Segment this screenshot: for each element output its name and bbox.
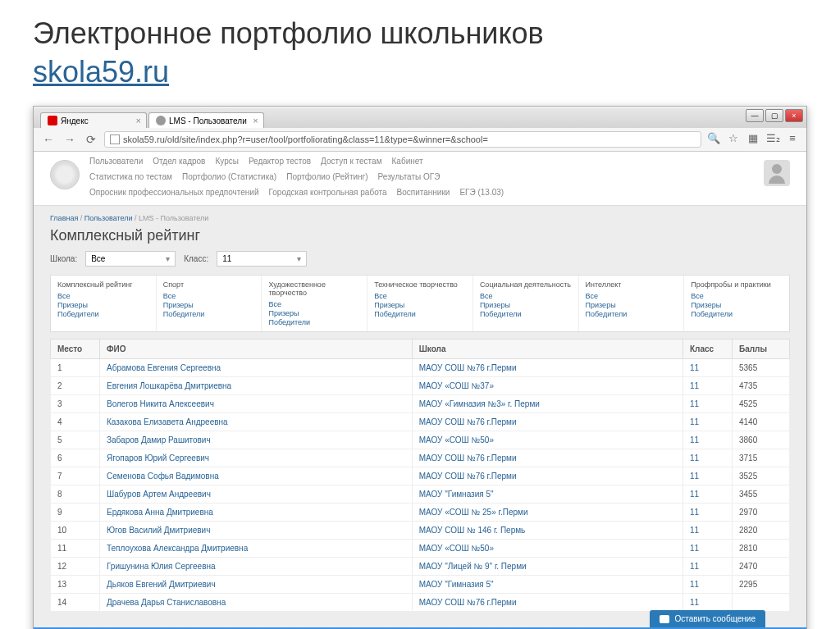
site-logo-icon[interactable] (50, 160, 80, 189)
cell-class[interactable]: 11 (683, 485, 733, 504)
nav-link[interactable]: Статистика по тестам (89, 172, 172, 181)
cell-name[interactable]: Забаров Дамир Рашитович (100, 431, 413, 449)
cell-class[interactable]: 11 (683, 540, 733, 558)
cell-name[interactable]: Драчева Дарья Станиславовна (100, 594, 413, 612)
cell-class[interactable]: 11 (683, 449, 733, 467)
category-link[interactable]: Победители (57, 310, 149, 318)
back-button[interactable]: ← (40, 131, 57, 148)
cell-class[interactable]: 11 (683, 413, 733, 431)
cell-class[interactable]: 11 (683, 359, 733, 377)
cell-name[interactable]: Югов Василий Дмитриевич (100, 522, 413, 540)
maximize-button[interactable]: ▢ (765, 109, 783, 122)
close-icon[interactable]: × (136, 116, 141, 125)
cell-school[interactable]: МАОУ "Гимназия 5" (412, 576, 682, 594)
category-link[interactable]: Победители (586, 310, 678, 318)
cell-school[interactable]: МАОУ «СОШ № 25» г.Перми (412, 504, 682, 522)
cell-school[interactable]: МАОУ СОШ №76 г.Перми (412, 594, 682, 612)
category-link[interactable]: Победители (374, 310, 466, 318)
nav-link[interactable]: Опросник профессиональных предпочтений (89, 188, 259, 197)
nav-link[interactable]: Кабинет (392, 157, 423, 166)
nav-link[interactable]: ЕГЭ (13.03) (459, 188, 504, 197)
cell-school[interactable]: МАОУ СОШ №76 г.Перми (412, 449, 682, 467)
cell-class[interactable]: 11 (683, 377, 733, 395)
category-link[interactable]: Призеры (57, 301, 149, 309)
category-link[interactable]: Призеры (586, 301, 678, 309)
nav-link[interactable]: Воспитанники (397, 188, 450, 197)
nav-link[interactable]: Результаты ОГЭ (378, 172, 441, 181)
cell-class[interactable]: 11 (683, 522, 733, 540)
nav-link[interactable]: Курсы (215, 157, 238, 166)
nav-link[interactable]: Городская контрольная работа (269, 188, 387, 197)
reload-button[interactable]: ⟳ (83, 131, 99, 148)
cell-school[interactable]: МАОУ «СОШ №50» (412, 540, 682, 558)
cell-name[interactable]: Теплоухова Александра Дмитриевна (100, 540, 413, 558)
category-link[interactable]: Призеры (480, 301, 572, 309)
category-link[interactable]: Все (586, 292, 678, 300)
nav-link[interactable]: Отдел кадров (153, 157, 205, 166)
nav-link[interactable]: Доступ к тестам (321, 157, 381, 166)
cell-school[interactable]: МАОУ СОШ № 146 г. Пермь (412, 522, 682, 540)
category-link[interactable]: Все (691, 292, 783, 300)
cell-class[interactable]: 11 (683, 594, 733, 612)
menu-icon[interactable]: ≡ (785, 132, 800, 147)
nav-link[interactable]: Редактор тестов (249, 157, 311, 166)
notifications-icon[interactable]: ☰₂ (765, 132, 780, 147)
slide-link[interactable]: skola59.ru (33, 55, 169, 89)
chat-widget[interactable]: Оставить сообщение (650, 610, 765, 627)
cell-school[interactable]: МАОУ "Лицей № 9" г. Перми (412, 558, 682, 576)
cell-class[interactable]: 11 (683, 395, 733, 413)
window-close-button[interactable]: × (785, 109, 803, 122)
class-select[interactable]: 11 (217, 251, 307, 267)
cell-school[interactable]: МАОУ СОШ №76 г.Перми (412, 413, 682, 431)
cell-name[interactable]: Шабуров Артем Андреевич (100, 485, 413, 504)
close-icon[interactable]: × (253, 116, 258, 125)
cell-class[interactable]: 11 (683, 431, 733, 449)
user-avatar-icon[interactable] (764, 160, 790, 186)
cell-school[interactable]: МАОУ "Гимназия 5" (412, 485, 682, 504)
breadcrumb-home[interactable]: Главная (50, 214, 78, 222)
nav-link[interactable]: Пользователи (89, 157, 143, 166)
cell-name[interactable]: Ягопаров Юрий Сергеевич (100, 449, 413, 467)
cell-name[interactable]: Волегов Никита Алексеевич (100, 395, 413, 413)
category-link[interactable]: Все (268, 300, 360, 308)
address-bar[interactable]: skola59.ru/old/site/index.php?r=user/too… (104, 131, 701, 148)
cell-name[interactable]: Ердякова Анна Дмитриевна (100, 504, 413, 522)
nav-link[interactable]: Портфолио (Статистика) (182, 172, 276, 181)
cell-class[interactable]: 11 (683, 576, 733, 594)
minimize-button[interactable]: — (746, 109, 764, 122)
extension-icon[interactable]: ▦ (746, 132, 760, 147)
category-link[interactable]: Все (163, 292, 255, 300)
cell-school[interactable]: МАОУ СОШ №76 г.Перми (412, 359, 682, 377)
category-link[interactable]: Победители (480, 310, 572, 318)
cell-school[interactable]: МАОУ «СОШ №50» (412, 431, 682, 449)
cell-name[interactable]: Гришунина Юлия Сергеевна (100, 558, 413, 576)
cell-school[interactable]: МАОУ СОШ №76 г.Перми (412, 467, 682, 485)
cell-name[interactable]: Дьяков Евгений Дмитриевич (100, 576, 413, 594)
breadcrumb-users[interactable]: Пользователи (84, 214, 133, 222)
cell-class[interactable]: 11 (683, 504, 733, 522)
category-link[interactable]: Призеры (691, 301, 783, 309)
cell-class[interactable]: 11 (683, 467, 733, 485)
category-link[interactable]: Призеры (268, 309, 360, 317)
category-link[interactable]: Победители (268, 318, 360, 326)
cell-name[interactable]: Евгения Лошкарёва Дмитриевна (100, 377, 413, 395)
forward-button[interactable]: → (62, 131, 78, 148)
cell-school[interactable]: МАОУ «Гимназия №3» г. Перми (412, 395, 682, 413)
browser-tab[interactable]: Яндекс × (40, 112, 147, 128)
cell-name[interactable]: Абрамова Евгения Сергеевна (100, 359, 413, 377)
category-link[interactable]: Призеры (374, 301, 466, 309)
category-link[interactable]: Победители (163, 310, 255, 318)
category-link[interactable]: Победители (691, 310, 783, 318)
bookmark-icon[interactable]: ☆ (726, 132, 741, 147)
browser-tab-active[interactable]: LMS - Пользователи × (148, 112, 264, 128)
cell-school[interactable]: МАОУ «СОШ №37» (412, 377, 682, 395)
cell-name[interactable]: Семенова Софья Вадимовна (100, 467, 413, 485)
category-link[interactable]: Призеры (163, 301, 255, 309)
zoom-icon[interactable]: 🔍 (706, 132, 721, 147)
nav-link[interactable]: Портфолио (Рейтинг) (286, 172, 368, 181)
category-link[interactable]: Все (374, 292, 466, 300)
cell-name[interactable]: Казакова Елизавета Андреевна (100, 413, 413, 431)
school-select[interactable]: Все (85, 251, 176, 267)
cell-class[interactable]: 11 (683, 558, 733, 576)
category-link[interactable]: Все (57, 292, 149, 300)
